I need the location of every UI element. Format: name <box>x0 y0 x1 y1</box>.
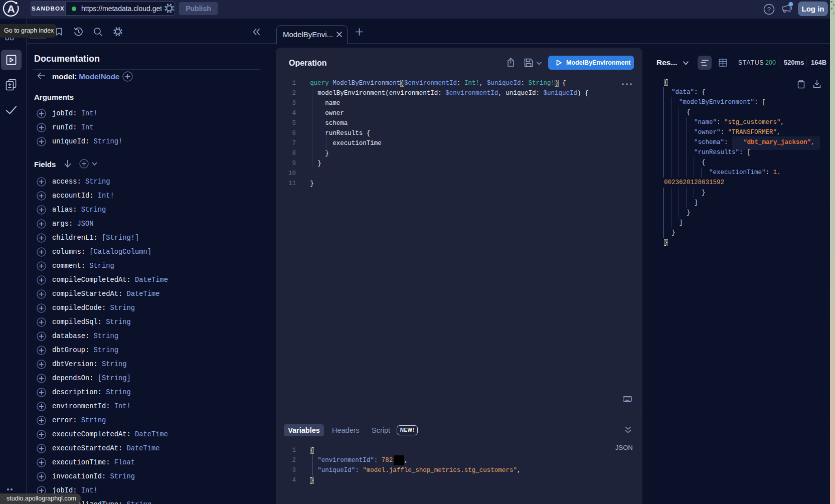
svg-text:A: A <box>8 3 15 15</box>
svg-text:?: ? <box>767 6 771 13</box>
